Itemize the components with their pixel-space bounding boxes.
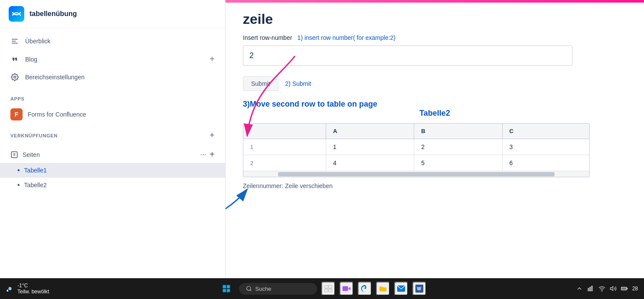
taskbar-search[interactable]: Suche: [239, 283, 317, 295]
sidebar-item-settings[interactable]: Bereichseinstellungen: [0, 68, 225, 86]
blog-label: Blog: [25, 56, 37, 63]
table-header-row: A B C: [243, 124, 589, 139]
quote-icon: [10, 55, 19, 64]
svg-rect-20: [342, 286, 348, 291]
page-item-tabelle2[interactable]: • Tabelle2: [0, 178, 225, 192]
apps-section-label: APPS: [0, 90, 225, 104]
table-row: 1 1 2 3: [243, 139, 589, 155]
files-button[interactable]: [376, 282, 390, 296]
cell-2a: 4: [326, 155, 414, 171]
edge-icon: [360, 284, 369, 293]
svg-rect-13: [226, 289, 230, 292]
forms-label: Forms for Confluence: [28, 111, 86, 118]
logo-icon: [12, 9, 21, 19]
svg-point-28: [602, 291, 602, 291]
svg-rect-11: [226, 285, 230, 289]
taskbar-right: 28: [570, 285, 644, 292]
svg-point-9: [8, 287, 11, 290]
sidebar-item-forms[interactable]: F Forms for Confluence: [0, 104, 225, 125]
taskview-icon: [324, 284, 333, 293]
data-table-wrapper: A B C 1 1 2 3 2: [243, 123, 590, 177]
video-app-button[interactable]: [340, 282, 353, 296]
form-label: Insert row-number: [243, 34, 292, 41]
submit-button[interactable]: Submit: [243, 76, 278, 91]
page-label: Tabelle2: [24, 182, 47, 188]
links-add-button[interactable]: +: [210, 131, 215, 140]
svg-marker-29: [610, 286, 613, 290]
gear-icon: [10, 73, 19, 81]
word-button[interactable]: W: [412, 282, 426, 296]
svg-rect-18: [324, 289, 328, 292]
col-header-c: C: [502, 124, 589, 139]
form-section: Insert row-number 1) insert row number( …: [243, 34, 627, 66]
windows-icon: [222, 284, 231, 293]
cell-1a: 1: [326, 139, 414, 155]
svg-rect-26: [590, 287, 591, 291]
svg-rect-10: [222, 285, 226, 289]
pages-label: Seiten: [23, 151, 40, 158]
svg-text:W: W: [417, 286, 421, 291]
svg-line-15: [250, 290, 251, 291]
pages-icon: [10, 151, 18, 159]
sidebar-item-overview[interactable]: Überblick: [0, 32, 225, 50]
table-step-hint: 3)Move second row to table on page Tabel…: [243, 100, 627, 118]
search-icon: [246, 286, 252, 292]
wifi-icon[interactable]: [598, 285, 605, 292]
mail-button[interactable]: [394, 282, 408, 296]
space-title: tabellenübung: [29, 10, 77, 18]
cell-1b: 2: [414, 139, 502, 155]
row-num-2: 2: [243, 155, 326, 171]
svg-rect-31: [626, 288, 627, 289]
col-header-num: [243, 124, 326, 139]
submit-hint: 2) Submit: [285, 80, 311, 87]
pages-header: Seiten ··· +: [0, 146, 225, 163]
page-title: zeile: [243, 3, 627, 34]
cell-1c: 3: [502, 139, 589, 155]
scroll-thumb: [278, 172, 555, 176]
weather-temp: -1°C: [17, 283, 49, 289]
bullet-icon: •: [17, 181, 20, 189]
links-section-label: VERKNÜPFUNGEN +: [0, 125, 225, 143]
col-header-b: B: [414, 124, 502, 139]
col-header-a: A: [326, 124, 414, 139]
video-icon: [342, 284, 351, 293]
bullet-icon: •: [17, 166, 20, 174]
pages-section: Seiten ··· + • Tabelle1 • Tabelle2: [0, 143, 225, 196]
form-hint: 1) insert row number( for example:2): [297, 34, 396, 41]
svg-rect-16: [324, 286, 328, 289]
svg-rect-27: [592, 286, 592, 291]
overview-label: Überblick: [25, 38, 50, 45]
word-icon: W: [415, 284, 424, 293]
table-scrollbar[interactable]: [243, 171, 589, 177]
taskbar: -1°C Teilw. bewölkt Suche: [0, 278, 644, 299]
main-content: zeile Insert row-number 1) insert row nu…: [226, 3, 644, 278]
form-label-row: Insert row-number 1) insert row number( …: [243, 34, 627, 41]
settings-label: Bereichseinstellungen: [25, 74, 85, 81]
sidebar-item-blog[interactable]: Blog +: [0, 50, 225, 68]
data-table: A B C 1 1 2 3 2: [243, 124, 589, 171]
blog-add-icon[interactable]: +: [209, 54, 215, 64]
battery-icon[interactable]: [621, 285, 628, 292]
weather-widget[interactable]: -1°C Teilw. bewölkt: [5, 283, 49, 295]
taskbar-left: -1°C Teilw. bewölkt: [0, 283, 54, 295]
mail-icon: [396, 284, 406, 293]
search-label: Suche: [255, 286, 271, 292]
svg-point-3: [14, 76, 16, 78]
forms-icon: F: [10, 108, 23, 120]
svg-point-14: [246, 286, 250, 290]
weather-desc: Teilw. bewölkt: [17, 289, 49, 295]
pages-add-button[interactable]: +: [209, 150, 215, 159]
chevron-up-icon[interactable]: [576, 285, 583, 292]
volume-icon[interactable]: [610, 285, 617, 292]
network-icon[interactable]: [587, 285, 594, 292]
footer-text: Zeilennummer: Zeile verschieben: [243, 182, 627, 189]
submit-row: Submit 2) Submit: [243, 76, 627, 91]
menu-icon: [10, 37, 19, 46]
edge-button[interactable]: [358, 282, 372, 296]
pages-more-button[interactable]: ···: [200, 151, 206, 159]
page-item-tabelle1[interactable]: • Tabelle1: [0, 163, 225, 178]
row-num-1: 1: [243, 139, 326, 155]
taskview-button[interactable]: [321, 282, 335, 296]
start-button[interactable]: [218, 280, 235, 297]
row-number-input[interactable]: [243, 46, 572, 66]
